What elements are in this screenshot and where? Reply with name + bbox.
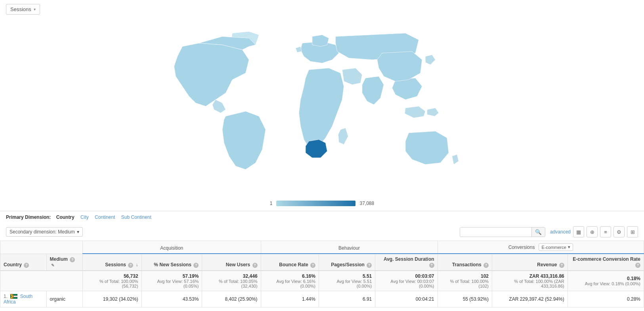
- row-country: 1. South Africa: [0, 291, 47, 307]
- world-map: [144, 27, 501, 193]
- search-button[interactable]: 🔍: [531, 228, 545, 237]
- column-group-header-row: Acquisition Behaviour Conversions E-comm…: [0, 241, 644, 254]
- ecommerce-chevron: ▾: [568, 245, 570, 250]
- col-new-users: New Users ?: [202, 254, 261, 271]
- group-header-dim: [0, 241, 83, 254]
- primary-dimension-bar: Primary Dimension: Country City Continen…: [0, 211, 644, 223]
- group-header-acquisition: Acquisition: [82, 241, 261, 254]
- totals-label: [0, 271, 83, 291]
- search-input[interactable]: [460, 228, 531, 236]
- col-transactions: Transactions ?: [438, 254, 492, 271]
- secondary-dim-label: Secondary dimension: Medium: [10, 229, 75, 235]
- map-container: [0, 19, 644, 201]
- total-conversion-rate: 0.18% Avg for View: 0.18% (0.00%): [568, 271, 644, 291]
- total-avg-duration: 00:03:07 Avg for View: 00:03:07 (0.00%): [375, 271, 438, 291]
- bounce-help-icon[interactable]: ?: [310, 263, 315, 268]
- col-bounce-rate: Bounce Rate ?: [261, 254, 319, 271]
- total-bounce-rate: 6.16% Avg for View: 6.16% (0.00%): [261, 271, 319, 291]
- secondary-dim-dropdown[interactable]: Secondary dimension: Medium ▾: [6, 227, 83, 237]
- duration-help-icon[interactable]: ?: [429, 263, 434, 268]
- total-transactions: 102 % of Total: 100.00% (102): [438, 271, 492, 291]
- dim-subcontinent-link[interactable]: Sub Continent: [121, 214, 151, 220]
- col-new-sessions: % New Sessions ?: [141, 254, 202, 271]
- col-pages-session: Pages/Session ?: [319, 254, 375, 271]
- advanced-link[interactable]: advanced: [550, 229, 571, 235]
- grid-view-button[interactable]: ▦: [573, 226, 584, 237]
- col-medium: Medium ? ✎: [46, 254, 82, 271]
- col-revenue: Revenue ?: [492, 254, 568, 271]
- legend-max: 37,088: [359, 201, 374, 206]
- list-view-button[interactable]: ≡: [600, 226, 611, 237]
- settings-button[interactable]: ⚙: [613, 226, 625, 237]
- country-name-link[interactable]: South Africa: [4, 294, 32, 305]
- legend-scale: [276, 201, 355, 206]
- row-conversion-rate: 0.28%: [568, 291, 644, 307]
- total-new-users: 32,446 % of Total: 100.05% (32,430): [202, 271, 261, 291]
- total-pages-session: 5.51 Avg for View: 5.51 (0.00%): [319, 271, 375, 291]
- pages-help-icon[interactable]: ?: [367, 263, 372, 268]
- total-sessions: 56,732 % of Total: 100.00% (56,732): [82, 271, 141, 291]
- dim-continent-link[interactable]: Continent: [95, 214, 115, 220]
- data-table: Acquisition Behaviour Conversions E-comm…: [0, 241, 644, 307]
- sessions-dropdown[interactable]: Sessions ▾: [6, 4, 40, 15]
- col-avg-duration: Avg. Session Duration ?: [375, 254, 438, 271]
- table-config-button[interactable]: ⊞: [627, 226, 638, 237]
- medium-help-icon[interactable]: ?: [70, 257, 75, 262]
- totals-row: 56,732 % of Total: 100.00% (56,732) 57.1…: [0, 271, 644, 291]
- conversion-help-icon[interactable]: ?: [635, 263, 640, 268]
- country-help-icon[interactable]: ?: [24, 263, 29, 268]
- row-revenue: ZAR 229,397.42 (52.94%): [492, 291, 568, 307]
- dim-country-link[interactable]: Country: [56, 214, 75, 220]
- total-revenue: ZAR 433,316.86 % of Total: 100.00% (ZAR …: [492, 271, 568, 291]
- row-medium: organic: [46, 291, 82, 307]
- top-bar: Sessions ▾: [0, 0, 644, 19]
- new-sessions-help-icon[interactable]: ?: [193, 263, 199, 268]
- row-sessions: 19,302 (34.02%): [82, 291, 141, 307]
- col-conversion-rate: E-commerce Conversion Rate ?: [568, 254, 644, 271]
- total-new-sessions-pct: 57.19% Avg for View: 57.16% (0.05%): [141, 271, 202, 291]
- row-new-sessions-pct: 43.53%: [141, 291, 202, 307]
- toolbar-icons: 🔍 advanced ▦ ⊕ ≡ ⚙ ⊞: [460, 226, 638, 237]
- globe-view-button[interactable]: ⊕: [587, 226, 598, 237]
- map-legend: 1 37,088: [0, 201, 644, 206]
- transactions-help-icon[interactable]: ?: [483, 263, 489, 268]
- sessions-help-icon[interactable]: ?: [128, 263, 133, 268]
- secondary-dim-chevron: ▾: [77, 229, 79, 235]
- medium-edit-icon[interactable]: ✎: [51, 263, 54, 267]
- row-transactions: 55 (53.92%): [438, 291, 492, 307]
- ecommerce-label: E-commerce: [541, 245, 566, 250]
- chevron-icon: ▾: [34, 7, 36, 11]
- sa-flag-icon: [10, 294, 17, 299]
- table-row: 1. South Africa organic 19,302 (34.02%) …: [0, 291, 644, 307]
- sessions-label: Sessions: [10, 6, 31, 12]
- new-users-help-icon[interactable]: ?: [252, 263, 258, 268]
- secondary-dim-bar: Secondary dimension: Medium ▾ 🔍 advanced…: [0, 223, 644, 241]
- dim-city-link[interactable]: City: [80, 214, 89, 220]
- column-header-row: Country ? Medium ? ✎ Sessions ? ↓ % New …: [0, 254, 644, 271]
- group-header-conversions: Conversions E-commerce ▾: [438, 241, 644, 254]
- col-sessions: Sessions ? ↓: [82, 254, 141, 271]
- revenue-help-icon[interactable]: ?: [559, 263, 564, 268]
- row-bounce-rate: 1.44%: [261, 291, 319, 307]
- row-new-users: 8,402 (25.90%): [202, 291, 261, 307]
- search-box: 🔍: [460, 227, 545, 237]
- legend-min: 1: [270, 201, 273, 206]
- group-header-behaviour: Behaviour: [261, 241, 438, 254]
- primary-dim-label: Primary Dimension:: [6, 214, 51, 220]
- sessions-sort-icon[interactable]: ↓: [136, 262, 138, 267]
- ecommerce-dropdown[interactable]: E-commerce ▾: [539, 243, 573, 251]
- row-pages-session: 6.91: [319, 291, 375, 307]
- col-country: Country ?: [0, 254, 47, 271]
- row-avg-duration: 00:04:21: [375, 291, 438, 307]
